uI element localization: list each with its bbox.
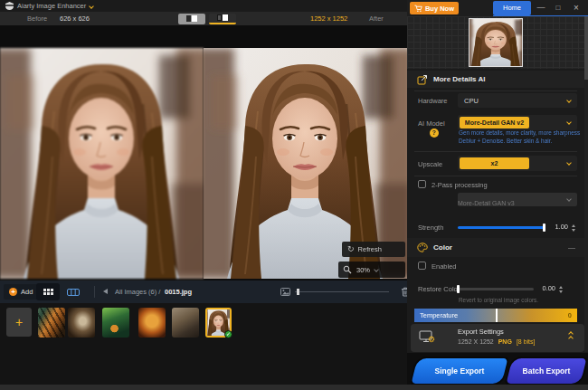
model-hint-line1: Gen more details, more clarity, more sha… — [459, 129, 580, 136]
upscale-label: Upscale — [418, 160, 442, 168]
ai-model-dropdown[interactable]: More-Detail GAN v2 — [458, 115, 577, 130]
single-export-button[interactable]: Single Export — [412, 358, 508, 384]
export-settings-detail: 1252 X 1252 PNG [8 bits] — [458, 338, 536, 345]
breadcrumb[interactable]: All Images (6) / — [115, 281, 160, 303]
panel-scrollbar-thumb[interactable] — [584, 16, 588, 80]
two-pass-checkbox[interactable] — [418, 180, 426, 188]
hardware-dropdown[interactable]: CPU — [458, 93, 577, 108]
upscale-dropdown[interactable]: x2 — [458, 156, 577, 171]
home-button[interactable]: Home — [493, 1, 531, 15]
grid-view-icon — [43, 289, 53, 295]
magnifier-icon — [343, 265, 352, 274]
thumbnail-burger[interactable] — [138, 308, 166, 338]
left-workspace: Aiarty Image Enhancer Before 626 x 626 1… — [0, 0, 407, 390]
strength-label: Strength — [418, 224, 443, 232]
palette-icon — [417, 243, 428, 252]
batch-export-button[interactable]: Batch Export — [507, 358, 587, 384]
two-pass-model-dropdown-disabled: More-Detail GAN v3 — [458, 193, 577, 206]
spinner-up-icon[interactable] — [572, 224, 575, 227]
collapse-icon[interactable]: — — [568, 243, 575, 252]
temperature-marker[interactable] — [496, 309, 498, 322]
two-pass-label: 2-Pass processing — [432, 181, 488, 189]
restore-color-spinner[interactable] — [559, 286, 563, 293]
help-icon[interactable]: ? — [430, 128, 439, 138]
current-file-name: 0015.jpg — [165, 281, 192, 303]
export-format: PNG — [498, 338, 512, 345]
thumbnail-butterfly[interactable] — [68, 308, 95, 338]
strength-spinner[interactable] — [572, 224, 575, 232]
export-size: 1252 X 1252 — [458, 338, 494, 345]
thumbnail-portrait-girl-selected[interactable]: ✓ — [205, 308, 232, 338]
thumbnail-tiger[interactable] — [38, 308, 65, 338]
buy-now-button[interactable]: Buy Now — [410, 2, 459, 14]
close-button[interactable]: × — [570, 0, 583, 16]
spinner-down-icon[interactable] — [559, 290, 563, 293]
back-arrow-icon[interactable] — [103, 289, 108, 294]
add-image-tile[interactable]: + — [6, 308, 32, 337]
preview-checkerboard — [407, 16, 584, 69]
filmstrip-view-button[interactable] — [62, 283, 85, 300]
temperature-slider[interactable]: Temperature 0 — [414, 309, 577, 322]
temperature-label: Temperature — [420, 309, 458, 322]
filmstrip-view-icon — [67, 289, 80, 296]
export-settings-title: Export Settings — [458, 328, 504, 336]
before-image[interactable] — [0, 48, 204, 279]
expand-export-settings-button[interactable] — [569, 332, 573, 340]
thumbnail-strip: + ✓ — [0, 303, 407, 385]
selected-check-icon: ✓ — [224, 330, 232, 338]
refresh-button[interactable]: ↻ Refresh — [342, 242, 405, 257]
export-settings-bar[interactable]: ⚙ Export Settings 1252 X 1252 PNG [8 bit… — [411, 324, 584, 352]
side-by-side-view-icon — [217, 14, 222, 21]
add-plus-icon: + — [9, 288, 17, 296]
thumbnail-forest[interactable] — [102, 308, 129, 338]
thumbnail-size-slider[interactable] — [295, 291, 389, 292]
settings-panel: Buy Now Home — □ × More Details AI Hardw… — [407, 0, 588, 390]
title-bar: Aiarty Image Enhancer — [0, 0, 407, 12]
spinner-down-icon[interactable] — [572, 229, 575, 232]
gallery-toolbar: + Add All Images (6) / 0015.jpg — [0, 281, 407, 303]
zoom-chevron-down-icon[interactable] — [374, 267, 379, 272]
thumbnail-dog[interactable] — [172, 308, 199, 338]
section-color[interactable]: Color — — [407, 238, 584, 257]
strength-value: 1.00 — [548, 223, 568, 231]
maximize-button[interactable]: □ — [552, 0, 564, 16]
window-bottom-strip — [0, 385, 588, 390]
add-tile-plus-icon: + — [15, 315, 23, 329]
before-label: Before — [27, 12, 47, 25]
minimize-button[interactable]: — — [535, 0, 547, 16]
panel-scrollbar[interactable] — [584, 16, 588, 352]
split-view-toggle[interactable] — [178, 14, 205, 24]
spinner-up-icon[interactable] — [559, 286, 563, 289]
color-enabled-label: Enabled — [432, 262, 457, 271]
strength-slider[interactable] — [458, 226, 545, 229]
toolbar-separator — [94, 286, 95, 298]
color-enabled-checkbox[interactable] — [418, 262, 426, 270]
grid-view-button[interactable] — [36, 283, 60, 300]
zoom-control[interactable]: 30% — [338, 262, 405, 278]
zoom-level: 30% — [356, 266, 370, 274]
restore-color-label: Restore Color — [418, 285, 460, 293]
after-label: After — [369, 12, 384, 25]
section-more-details-ai[interactable]: More Details AI — [407, 71, 584, 88]
gear-icon: ⚙ — [428, 336, 435, 344]
two-pass-chevron-down-icon — [566, 196, 572, 202]
before-size: 626 x 626 — [60, 12, 90, 25]
restore-color-value: 0.00 — [536, 284, 555, 292]
hardware-label: Hardware — [418, 97, 448, 105]
hardware-chevron-down-icon — [566, 98, 572, 103]
app-menu-chevron-down-icon[interactable] — [89, 4, 94, 9]
strength-slider-thumb[interactable] — [543, 224, 545, 232]
side-by-side-view-toggle[interactable] — [209, 14, 236, 24]
image-viewer: ↻ Refresh 30% — [0, 25, 407, 281]
window-header: Buy Now Home — □ × — [407, 0, 588, 16]
add-button[interactable]: + Add — [4, 284, 38, 300]
model-hint-line2: Deblur + Denoise. Better skin & hair. — [459, 138, 552, 144]
thumbnail-size-slider-thumb[interactable] — [297, 289, 299, 295]
ai-model-chevron-down-icon — [566, 119, 572, 125]
after-size: 1252 x 1252 — [310, 12, 347, 25]
app-logo-icon — [5, 2, 14, 10]
ai-model-value-pill: More-Detail GAN v2 — [460, 117, 529, 128]
restore-color-slider-thumb[interactable] — [457, 285, 460, 293]
preview-thumbnail[interactable] — [469, 18, 523, 67]
restore-color-slider[interactable] — [458, 288, 534, 290]
